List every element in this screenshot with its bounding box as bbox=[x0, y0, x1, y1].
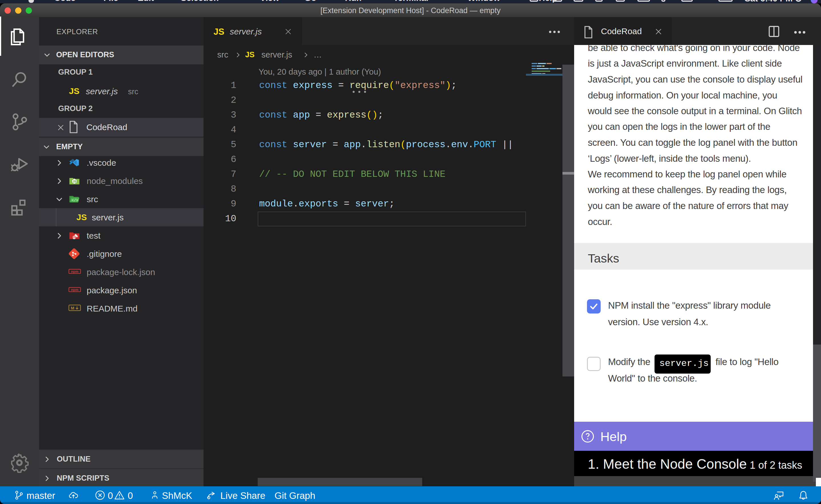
svg-text:M: M bbox=[71, 306, 74, 310]
svg-text:npm: npm bbox=[71, 288, 78, 292]
svg-text:JS: JS bbox=[72, 180, 76, 183]
svg-text:</>: </> bbox=[71, 198, 78, 202]
svg-text:npm: npm bbox=[71, 270, 78, 274]
